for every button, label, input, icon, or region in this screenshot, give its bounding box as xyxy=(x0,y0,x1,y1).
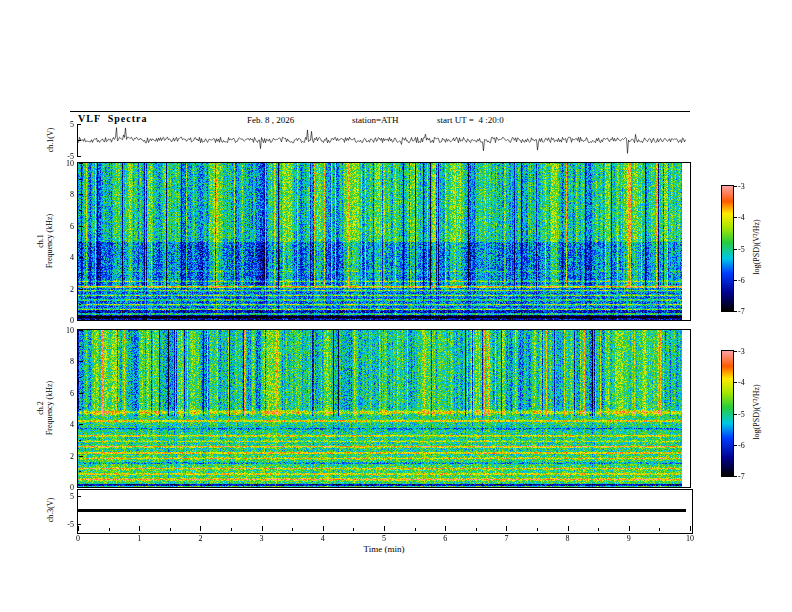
time-axis-label: Time (min) xyxy=(344,544,424,554)
cb1-tick-label: -7 xyxy=(738,307,758,316)
ch2-spec-ylabel-line2: Frequency (kHz) xyxy=(45,381,54,435)
cb2-tick xyxy=(734,351,737,352)
ch3-y-tick-label: 5 xyxy=(56,492,74,501)
ch2-spectrogram-canvas xyxy=(77,329,691,488)
spec2-y-tick-label: 8 xyxy=(56,357,74,366)
cb1-tick xyxy=(734,280,737,281)
ch1-waveform-canvas xyxy=(78,124,690,156)
ch3-panel xyxy=(77,489,693,534)
vlf-spectra-figure: VLF Spectra Feb. 8 , 2026 station=ATH st… xyxy=(0,0,792,612)
spec2-y-tick-label: 2 xyxy=(56,452,74,461)
colorbar-ch1-label-text: log(PSD)(V²/Hz) xyxy=(752,219,761,274)
cb1-tick xyxy=(734,249,737,250)
cb2-tick xyxy=(734,382,737,383)
cb1-tick-label: -3 xyxy=(738,182,758,191)
spec1-y-tick-label: 0 xyxy=(56,316,74,325)
cb2-tick-label: -3 xyxy=(738,347,758,356)
cb1-tick-label: -6 xyxy=(738,276,758,285)
top-rule xyxy=(70,111,690,112)
x-tick-label: 8 xyxy=(560,534,576,543)
ch3-ylabel-text: ch.3(V) xyxy=(46,498,55,523)
colorbar-ch1-canvas xyxy=(721,185,734,312)
cb2-tick xyxy=(734,476,737,477)
x-tick-label: 5 xyxy=(376,534,392,543)
wave-y-tick-label: 5 xyxy=(56,120,74,129)
x-tick-label: 9 xyxy=(621,534,637,543)
colorbar-ch2-label-text: log(PSD)(V²/Hz) xyxy=(752,384,761,439)
x-tick-label: 2 xyxy=(192,534,208,543)
ch3-signal-line xyxy=(78,509,686,512)
x-tick-label: 3 xyxy=(254,534,270,543)
spec1-y-tick-label: 8 xyxy=(56,190,74,199)
plot-title: VLF Spectra xyxy=(78,113,147,124)
wave-y-tick xyxy=(78,156,81,157)
x-tick-label: 4 xyxy=(315,534,331,543)
cb2-tick xyxy=(734,414,737,415)
spec1-y-tick-label: 6 xyxy=(56,222,74,231)
ch1-spec-ylabel-line2: Frequency (kHz) xyxy=(45,214,54,268)
x-tick-label: 6 xyxy=(437,534,453,543)
cb2-tick-label: -6 xyxy=(738,441,758,450)
ch1-waveform-ylabel-text: ch.1(V) xyxy=(46,128,55,153)
spec1-y-tick-label: 10 xyxy=(56,159,74,168)
spec2-y-tick-label: 6 xyxy=(56,389,74,398)
colorbar-ch2-canvas xyxy=(721,350,734,477)
spec2-y-tick-label: 4 xyxy=(56,420,74,429)
cb1-tick xyxy=(734,311,737,312)
spec1-y-tick-label: 2 xyxy=(56,285,74,294)
cb1-tick xyxy=(734,186,737,187)
spec1-y-tick-label: 4 xyxy=(56,253,74,262)
ch3-y-tick-label: -5 xyxy=(56,520,74,529)
x-tick-label: 10 xyxy=(682,534,698,543)
cb1-tick xyxy=(734,217,737,218)
spec2-y-tick-label: 10 xyxy=(56,326,74,335)
ch2-spec-ylabel-line1: ch.2 xyxy=(36,381,45,435)
wave-y-tick-label: -5 xyxy=(56,152,74,161)
spec2-y-tick-label: 0 xyxy=(56,483,74,492)
x-tick-label: 0 xyxy=(70,534,86,543)
x-tick-label: 7 xyxy=(498,534,514,543)
ch1-spec-ylabel-line1: ch.1 xyxy=(36,214,45,268)
cb2-tick xyxy=(734,445,737,446)
cb2-tick-label: -7 xyxy=(738,472,758,481)
x-tick-label: 1 xyxy=(131,534,147,543)
ch1-spectrogram-canvas xyxy=(77,162,691,321)
